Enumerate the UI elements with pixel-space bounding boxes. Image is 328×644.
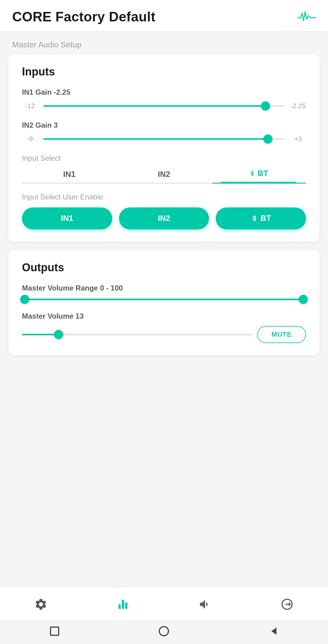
in1-gain-slider-row: -12 -2.25 bbox=[22, 102, 306, 110]
mute-button[interactable]: MUTE bbox=[257, 326, 306, 343]
inputs-card: Inputs IN1 Gain -2.25 -12 -2.25 IN2 Gain… bbox=[9, 54, 319, 242]
in1-gain-label: IN1 Gain -2.25 bbox=[22, 88, 306, 97]
in1-gain-max: -2.25 bbox=[290, 102, 306, 110]
in2-gain-max: +3 bbox=[290, 135, 306, 143]
system-nav bbox=[0, 620, 328, 644]
in2-gain-label: IN2 Gain 3 bbox=[22, 121, 306, 130]
recents-button[interactable] bbox=[49, 625, 61, 637]
bottom-nav bbox=[0, 587, 328, 620]
master-volume-range-slider-row bbox=[22, 298, 306, 301]
equalizer-nav[interactable] bbox=[113, 595, 133, 614]
in2-gain-slider-row: -9 +3 bbox=[22, 135, 306, 143]
header: CORE Factory Default bbox=[0, 0, 328, 31]
tab-divider bbox=[22, 183, 306, 184]
master-volume-track[interactable] bbox=[22, 333, 252, 336]
input-select-tabs: IN1 IN2 BT bbox=[22, 169, 306, 183]
enable-in1-button[interactable]: IN1 bbox=[22, 207, 112, 229]
tab-in2[interactable]: IN2 bbox=[117, 170, 211, 183]
outputs-card: Outputs Master Volume Range 0 - 100 Mast… bbox=[9, 250, 319, 355]
tab-in1[interactable]: IN1 bbox=[22, 170, 117, 183]
waveform-icon bbox=[297, 9, 316, 25]
in1-gain-min: -12 bbox=[22, 102, 38, 110]
enable-in2-button[interactable]: IN2 bbox=[119, 207, 209, 229]
user-enable-label: Input Select User Enable bbox=[22, 193, 306, 201]
master-volume-label: Master Volume 13 bbox=[22, 312, 306, 320]
section-label: Master Audio Setup bbox=[0, 31, 328, 54]
volume-nav[interactable] bbox=[195, 595, 215, 614]
svg-marker-2 bbox=[271, 628, 276, 635]
master-volume-range-track[interactable] bbox=[22, 298, 306, 301]
inputs-title: Inputs bbox=[22, 65, 306, 78]
back-button[interactable] bbox=[267, 625, 279, 637]
svg-point-1 bbox=[159, 627, 168, 636]
logout-nav[interactable] bbox=[277, 595, 297, 614]
enable-bt-button[interactable]: BT bbox=[216, 207, 306, 229]
page-title: CORE Factory Default bbox=[12, 9, 156, 24]
master-volume-row: MUTE bbox=[22, 326, 306, 343]
settings-nav[interactable] bbox=[31, 595, 51, 614]
in1-gain-track[interactable] bbox=[43, 104, 285, 108]
in2-gain-track[interactable] bbox=[43, 137, 285, 141]
home-button[interactable] bbox=[158, 625, 170, 637]
outputs-title: Outputs bbox=[22, 261, 306, 274]
in2-gain-min: -9 bbox=[22, 135, 38, 143]
svg-rect-0 bbox=[51, 627, 59, 635]
tab-bt[interactable]: BT bbox=[211, 169, 306, 183]
input-select-label: Input Select bbox=[22, 154, 306, 163]
user-enable-buttons: IN1 IN2 BT bbox=[22, 207, 306, 229]
master-volume-range-label: Master Volume Range 0 - 100 bbox=[22, 284, 306, 292]
